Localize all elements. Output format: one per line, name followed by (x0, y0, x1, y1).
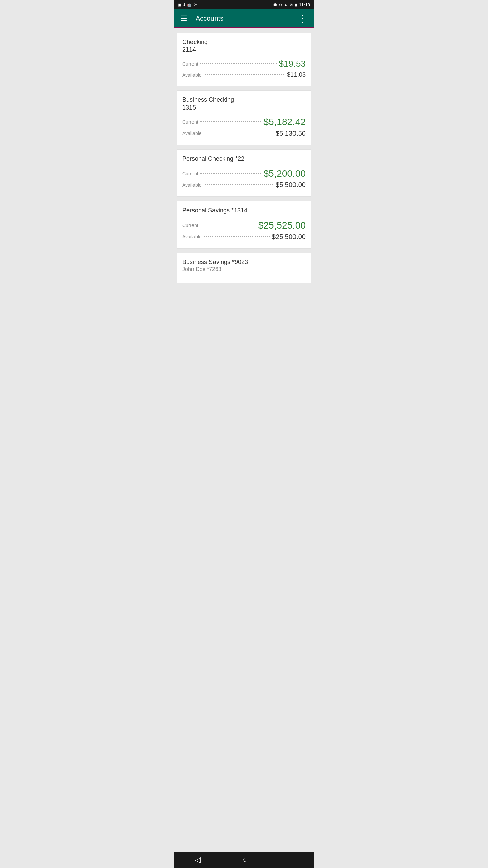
current-amount: $5,182.42 (263, 117, 306, 127)
account-number: 2114 (182, 46, 306, 53)
android-icon: 🤖 (187, 3, 192, 7)
account-list: Checking 2114 Current $19.53 Available $… (174, 28, 314, 288)
current-label: Current (182, 171, 198, 176)
account-card-checking-2114[interactable]: Checking 2114 Current $19.53 Available $… (177, 33, 311, 86)
available-balance-row: Available $25,500.00 (182, 233, 306, 241)
app-bar: ☰ Accounts ⋮ (174, 9, 314, 28)
dotted-line-2 (204, 236, 270, 237)
bag-icon: 🛍 (193, 3, 197, 7)
notification-icon: ▣ (178, 3, 181, 7)
current-balance-row: Current $5,182.42 (182, 117, 306, 127)
available-amount: $5,500.00 (276, 181, 306, 189)
account-subtitle: John Doe *7263 (182, 266, 306, 272)
page-title: Accounts (196, 15, 295, 22)
current-amount: $25,525.00 (258, 220, 306, 231)
battery-icon: ▮ (295, 3, 297, 7)
minus-circle-icon: ⊖ (279, 3, 282, 7)
current-label: Current (182, 119, 198, 125)
status-bar-right-icons: ⬢ ⊖ ▲ ⊠ ▮ 11:13 (273, 2, 310, 7)
no-sim-icon: ⊠ (290, 3, 293, 7)
dotted-line-2 (204, 133, 273, 133)
dotted-line-2 (204, 184, 273, 185)
dotted-line (200, 173, 262, 174)
dotted-line (200, 225, 256, 225)
available-amount: $11.03 (287, 71, 306, 78)
current-label: Current (182, 61, 198, 67)
account-name: Personal Checking *22 (182, 155, 306, 163)
available-balance-row: Available $5,130.50 (182, 130, 306, 137)
available-balance-row: Available $11.03 (182, 71, 306, 78)
dotted-line-2 (204, 74, 285, 75)
account-name: Business Savings *9023 (182, 258, 306, 266)
current-amount: $5,200.00 (263, 168, 306, 179)
available-label: Available (182, 72, 202, 78)
status-time: 11:13 (299, 2, 310, 7)
available-label: Available (182, 234, 202, 239)
account-card-business-checking-1315[interactable]: Business Checking 1315 Current $5,182.42… (177, 90, 311, 145)
account-card-personal-savings-1314[interactable]: Personal Savings *1314 Current $25,525.0… (177, 201, 311, 248)
wifi-icon: ▲ (284, 3, 288, 7)
menu-button[interactable]: ☰ (178, 12, 190, 26)
current-balance-row: Current $25,525.00 (182, 220, 306, 231)
available-label: Available (182, 182, 202, 188)
available-amount: $25,500.00 (272, 233, 306, 241)
more-icon: ⋮ (298, 13, 307, 24)
account-name: Checking (182, 38, 306, 46)
more-options-button[interactable]: ⋮ (295, 10, 310, 27)
account-card-personal-checking-22[interactable]: Personal Checking *22 Current $5,200.00 … (177, 149, 311, 197)
status-bar: ▣ ⬇ 🤖 🛍 ⬢ ⊖ ▲ ⊠ ▮ 11:13 (174, 0, 314, 9)
dotted-line (200, 121, 262, 122)
status-bar-left-icons: ▣ ⬇ 🤖 🛍 (178, 3, 197, 7)
available-balance-row: Available $5,500.00 (182, 181, 306, 189)
account-name: Business Checking (182, 96, 306, 104)
current-balance-row: Current $5,200.00 (182, 168, 306, 179)
current-label: Current (182, 223, 198, 228)
dotted-line (200, 63, 277, 64)
current-balance-row: Current $19.53 (182, 59, 306, 69)
account-number: 1315 (182, 104, 306, 111)
account-name: Personal Savings *1314 (182, 206, 306, 214)
download-icon: ⬇ (183, 3, 186, 7)
available-amount: $5,130.50 (276, 130, 306, 137)
available-label: Available (182, 131, 202, 136)
account-card-business-savings-9023[interactable]: Business Savings *9023 John Doe *7263 (177, 253, 311, 283)
bluetooth-icon: ⬢ (273, 3, 277, 7)
menu-icon: ☰ (181, 14, 187, 23)
current-amount: $19.53 (279, 59, 306, 69)
